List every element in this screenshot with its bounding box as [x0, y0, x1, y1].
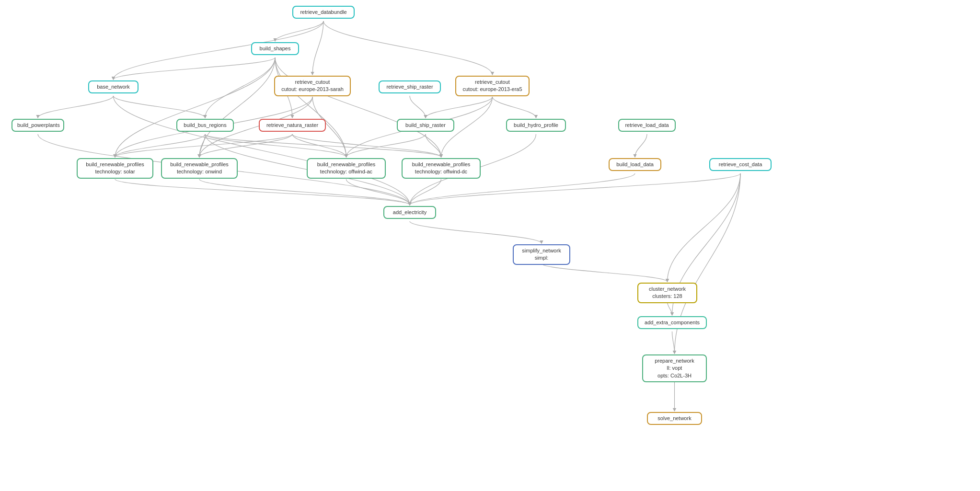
edge-base_network-build_powerplants: [38, 96, 114, 118]
edge-build_ship_raster-build_renewable_offwinddc: [426, 134, 441, 157]
edge-build_bus_regions-build_renewable_offwindac: [205, 134, 346, 157]
edge-build_bus_regions-build_renewable_offwinddc: [205, 134, 441, 157]
node-retrieve_databundle: retrieve_databundle: [292, 6, 355, 19]
edge-cluster_network-add_extra_components: [668, 302, 672, 315]
edges-svg: [0, 0, 980, 491]
edge-base_network-build_bus_regions: [114, 96, 206, 118]
edge-build_bus_regions-build_renewable_solar: [115, 134, 205, 157]
edge-retrieve_cost_data-cluster_network: [668, 173, 741, 282]
edge-build_shapes-build_renewable_solar: [115, 57, 275, 157]
edge-retrieve_databundle-build_shapes: [275, 21, 323, 41]
node-retrieve_cutout_sarah: retrieve_cutoutcutout: europe-2013-sarah: [274, 76, 351, 96]
node-prepare_network: prepare_networkll: voptopts: Co2L-3H: [642, 354, 707, 382]
edge-retrieve_cutout_era5-build_ship_raster: [426, 97, 493, 118]
node-build_ship_raster: build_ship_raster: [397, 119, 454, 132]
node-solve_network: solve_network: [647, 412, 702, 425]
node-retrieve_natura_raster: retrieve_natura_raster: [259, 119, 326, 132]
edge-simplify_network-cluster_network: [542, 263, 668, 282]
edge-build_shapes-build_renewable_offwinddc: [275, 57, 441, 157]
node-cluster_network: cluster_networkclusters: 128: [637, 283, 697, 303]
node-build_renewable_solar: build_renewable_profilestechnology: sola…: [77, 158, 153, 179]
node-add_extra_components: add_extra_components: [637, 316, 707, 329]
node-build_bus_regions: build_bus_regions: [176, 119, 234, 132]
edge-retrieve_load_data-build_load_data: [635, 134, 647, 157]
edge-build_renewable_offwinddc-add_electricity: [410, 179, 441, 205]
edge-add_extra_components-prepare_network: [672, 331, 675, 354]
edge-retrieve_databundle-retrieve_cutout_sarah: [312, 21, 323, 75]
edge-retrieve_natura_raster-build_renewable_offwinddc: [292, 134, 441, 157]
edge-retrieve_ship_raster-build_ship_raster: [410, 96, 426, 118]
edge-retrieve_natura_raster-build_renewable_onwind: [199, 134, 292, 157]
edge-build_shapes-build_renewable_offwindac: [275, 57, 346, 157]
node-base_network: base_network: [88, 80, 138, 93]
node-build_renewable_offwinddc: build_renewable_profilestechnology: offw…: [402, 158, 481, 179]
node-build_hydro_profile: build_hydro_profile: [506, 119, 566, 132]
edge-retrieve_cutout_era5-build_hydro_profile: [493, 97, 536, 118]
edge-retrieve_databundle-retrieve_cutout_era5: [323, 21, 493, 75]
edge-add_electricity-simplify_network: [410, 221, 542, 243]
node-retrieve_ship_raster: retrieve_ship_raster: [379, 80, 441, 93]
node-build_powerplants: build_powerplants: [12, 119, 64, 132]
edge-build_shapes-build_bus_regions: [205, 57, 275, 118]
edge-build_shapes-base_network: [114, 57, 276, 80]
dag-graph: retrieve_databundlebuild_shapesbase_netw…: [0, 0, 980, 491]
node-add_electricity: add_electricity: [383, 206, 436, 219]
edge-build_renewable_offwindac-add_electricity: [346, 179, 410, 205]
node-build_renewable_offwindac: build_renewable_profilestechnology: offw…: [307, 158, 386, 179]
node-build_shapes: build_shapes: [251, 42, 299, 55]
node-retrieve_cost_data: retrieve_cost_data: [709, 158, 772, 171]
edge-retrieve_natura_raster-build_renewable_offwindac: [292, 134, 346, 157]
node-retrieve_cutout_era5: retrieve_cutoutcutout: europe-2013-era5: [455, 76, 530, 96]
edge-build_renewable_solar-add_electricity: [115, 179, 410, 205]
edge-base_network-add_electricity: [114, 96, 410, 205]
edge-build_shapes-build_renewable_onwind: [199, 57, 275, 157]
node-retrieve_load_data: retrieve_load_data: [618, 119, 676, 132]
node-simplify_network: simplify_networksimpl:: [513, 244, 570, 265]
edge-build_bus_regions-build_renewable_onwind: [199, 134, 205, 157]
edge-build_renewable_onwind-add_electricity: [199, 179, 410, 205]
node-build_renewable_onwind: build_renewable_profilestechnology: onwi…: [161, 158, 238, 179]
edge-retrieve_natura_raster-build_renewable_solar: [115, 134, 292, 157]
edge-build_ship_raster-build_renewable_offwindac: [346, 134, 426, 157]
node-build_load_data: build_load_data: [609, 158, 661, 171]
